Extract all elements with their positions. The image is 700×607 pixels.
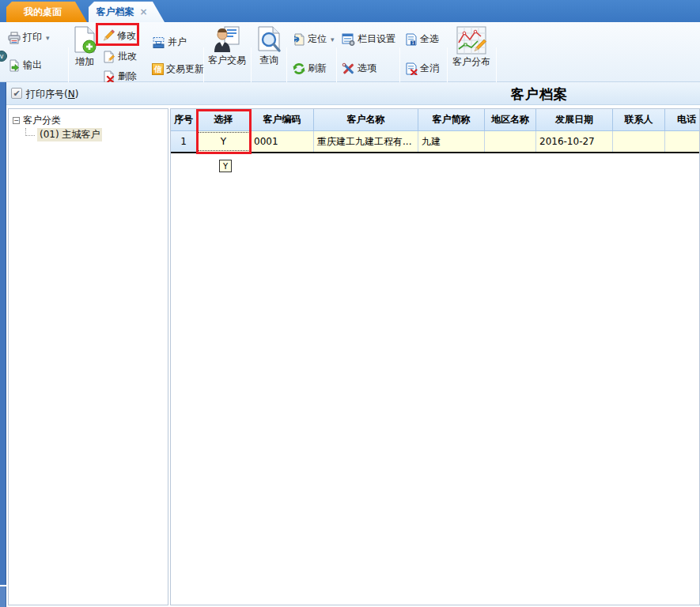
print-label: 打印 (23, 31, 42, 44)
svg-text:1: 1 (411, 40, 414, 45)
customer-trade-label: 客户交易 (208, 54, 246, 67)
refresh-button[interactable]: 刷新 (293, 62, 327, 75)
cell-name[interactable]: 重庆建工九建工程有... (314, 131, 418, 152)
customer-trade-button[interactable]: 客户交易 (206, 25, 248, 67)
tab-bar: 我的桌面 客户档案 × (0, 0, 700, 22)
print-serial-checkbox[interactable]: ✔ (11, 88, 22, 99)
column-header-contact[interactable]: 联系人 (613, 109, 665, 131)
query-button[interactable]: 查询 (255, 25, 283, 67)
select-all-label: 全选 (420, 32, 439, 46)
customer-trade-icon (213, 25, 241, 54)
left-collapse-strip-bottom[interactable] (0, 586, 6, 607)
trade-update-button[interactable]: 信 交易更新 (152, 62, 204, 76)
add-icon (71, 25, 98, 55)
cell-serial[interactable]: 1 (171, 131, 197, 152)
options-button[interactable]: 选项 (342, 62, 376, 75)
column-header-dev-date[interactable]: 发展日期 (536, 109, 613, 131)
column-settings-button[interactable]: 栏目设置 (342, 32, 395, 46)
select-all-icon: 1 (405, 33, 418, 46)
clear-all-label: 全消 (420, 62, 439, 75)
clear-all-button[interactable]: 全消 (405, 62, 439, 75)
tree-root-label: 客户分类 (23, 114, 61, 127)
merge-accounts-icon (152, 36, 165, 49)
checkbox-label-prefix: 打印序号( (26, 89, 68, 100)
toolbar: v 打印 ▾ 输出 (0, 22, 700, 82)
add-button[interactable]: 增加 (70, 25, 100, 69)
column-header-name[interactable]: 客户名称 (314, 109, 418, 131)
cell-region[interactable] (485, 131, 536, 152)
locate-label: 定位 (308, 32, 327, 46)
export-label: 输出 (23, 58, 42, 72)
cell-contact[interactable] (613, 131, 665, 152)
cell-dev-date[interactable]: 2016-10-27 (536, 131, 613, 152)
trade-update-label: 交易更新 (166, 62, 204, 76)
cell-phone[interactable] (665, 131, 700, 152)
printer-icon (8, 32, 21, 44)
merge-button[interactable]: 并户 (152, 36, 187, 49)
locate-button[interactable]: 定位 ▾ (293, 32, 335, 46)
filter-bar: ✔ 打印序号(N) 客户档案 (0, 82, 700, 105)
export-button[interactable]: 输出 (8, 58, 42, 72)
tab-my-desktop[interactable]: 我的桌面 (6, 2, 87, 22)
column-settings-icon (342, 33, 355, 46)
pencil-icon (101, 29, 115, 43)
table-header-row: 序号 选择 客户编码 客户名称 客户简称 地区名称 发展日期 联系人 电话 (171, 109, 700, 131)
edit-button[interactable]: 修改 (101, 29, 136, 43)
column-header-code[interactable]: 客户编码 (251, 109, 314, 131)
add-label: 增加 (75, 55, 94, 69)
cell-short-name[interactable]: 九建 (418, 131, 485, 152)
cell-code[interactable]: 0001 (251, 131, 314, 152)
distribution-button[interactable]: 客户分布 (448, 25, 495, 69)
column-header-serial[interactable]: 序号 (171, 109, 197, 131)
options-label: 选项 (358, 62, 376, 75)
collapse-chevron-icon[interactable]: v (0, 51, 7, 62)
tree-node-main-city-customer[interactable]: (01) 主城客户 (25, 128, 102, 141)
distribution-chart-icon (456, 25, 487, 55)
tree-node-customer-category[interactable]: − 客户分类 (13, 114, 61, 127)
print-button[interactable]: 打印 ▾ (8, 31, 50, 44)
checkbox-label-hotkey: N (68, 89, 75, 100)
cell-select[interactable]: Y (197, 131, 251, 152)
column-settings-label: 栏目设置 (358, 32, 395, 46)
chevron-down-icon[interactable]: ▾ (46, 34, 50, 42)
batch-edit-label: 批改 (118, 50, 137, 63)
print-serial-checkbox-label: 打印序号(N) (26, 88, 78, 101)
export-icon (8, 59, 21, 72)
close-icon[interactable]: × (139, 6, 147, 17)
edit-label: 修改 (117, 29, 136, 43)
customer-table-panel: 序号 选择 客户编码 客户名称 客户简称 地区名称 发展日期 联系人 电话 1 … (170, 108, 700, 605)
column-header-region[interactable]: 地区名称 (485, 109, 536, 131)
delete-button[interactable]: 删除 (103, 70, 137, 83)
refresh-icon (293, 62, 305, 75)
app-window: 我的桌面 客户档案 × v 打印 ▾ (0, 0, 700, 607)
tree-connector (25, 128, 35, 136)
delete-icon (103, 70, 115, 83)
checkbox-label-suffix: ) (75, 89, 79, 100)
tree-child-label: (01) 主城客户 (37, 128, 102, 141)
refresh-label: 刷新 (308, 62, 327, 75)
chevron-down-icon[interactable]: ▾ (331, 36, 335, 43)
clear-all-icon (405, 62, 418, 75)
select-all-button[interactable]: 1 全选 (405, 32, 439, 46)
column-header-select[interactable]: 选择 (197, 109, 251, 131)
query-label: 查询 (259, 54, 278, 67)
table-row[interactable]: 1 Y 0001 重庆建工九建工程有... 九建 2016-10-27 (171, 131, 700, 153)
tree-collapse-icon[interactable]: − (13, 117, 20, 124)
delete-label: 删除 (118, 70, 137, 83)
page-title: 客户档案 (511, 85, 568, 104)
tab-customer-archive[interactable]: 客户档案 × (89, 2, 165, 22)
options-icon (342, 62, 355, 75)
left-collapse-strip[interactable] (0, 82, 6, 585)
batch-edit-button[interactable]: 批改 (103, 50, 137, 63)
column-header-phone[interactable]: 电话 (665, 109, 700, 131)
locate-icon (293, 33, 305, 46)
select-value-tooltip: Y (219, 160, 232, 172)
query-icon (255, 25, 282, 54)
tab-my-desktop-label: 我的桌面 (24, 6, 62, 19)
tab-customer-archive-label: 客户档案 (96, 6, 134, 19)
category-tree-panel: − 客户分类 (01) 主城客户 (8, 108, 168, 605)
batch-edit-icon (103, 51, 115, 63)
distribution-label: 客户分布 (452, 55, 490, 69)
trade-update-icon: 信 (152, 63, 164, 75)
column-header-short-name[interactable]: 客户简称 (418, 109, 485, 131)
